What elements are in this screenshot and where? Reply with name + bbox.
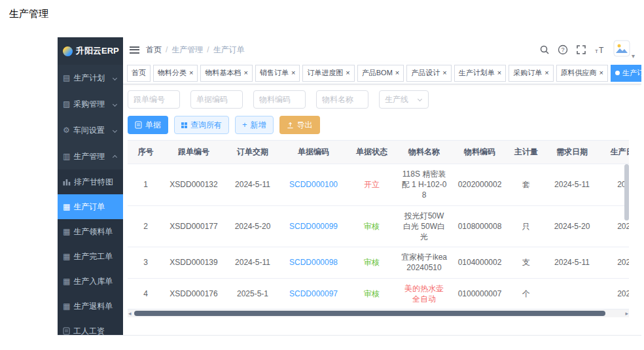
sidebar-menu-production-plan[interactable]: ▤ 生产计划 [58, 65, 123, 91]
production-line-select[interactable]: 生产线 [379, 90, 429, 109]
doc-no-link[interactable]: SCDD000097 [281, 278, 346, 309]
sidebar-item-gantt-chart[interactable]: 排产甘特图 [58, 169, 123, 194]
tab-raw-material-supplier[interactable]: 原料供应商 × [556, 65, 608, 82]
sidebar-menu-workshop-settings[interactable]: ⚙ 车间设置 [58, 117, 123, 143]
tab-label: 生产订单 [622, 68, 641, 78]
cell-unit: 支 [509, 247, 543, 278]
main-area: 首页 生产管理 生产订单 ? [123, 37, 641, 335]
tab-label: 物料分类 [158, 68, 187, 78]
close-icon[interactable]: × [243, 69, 247, 77]
sidebar-item-label: 排产甘特图 [74, 177, 113, 188]
doc-no-link[interactable]: SCDD000098 [281, 247, 346, 278]
scroll-right-icon[interactable]: ▸ [625, 309, 628, 317]
cell-follow-no: XSDD000139 [164, 247, 224, 278]
cell-demand-date: 2024-5-20 [543, 205, 601, 247]
close-icon[interactable]: × [189, 69, 193, 77]
table-row[interactable]: 4 XSDD000176 2025-5-1 SCDD000097 审核 美的热水… [128, 278, 629, 309]
help-icon[interactable]: ? [558, 44, 568, 55]
table-icon: ▦ [63, 253, 70, 260]
caret-down-icon[interactable]: ▾ [632, 52, 635, 60]
sidebar: 升阳云ERP ▤ 生产计划 ▨ 采购管理 ⚙ 车间设置 ▥ 生产管理 [58, 37, 123, 335]
col-status: 单据状态 [346, 141, 398, 164]
tab-label: 产品设计 [411, 68, 440, 78]
sidebar-item-completion-order[interactable]: ▦ 生产完工单 [58, 244, 123, 269]
doc-no-input[interactable] [190, 90, 243, 109]
export-button[interactable]: 导出 [279, 116, 320, 134]
tab-order-progress[interactable]: 订单进度图 × [302, 65, 354, 82]
logo-icon [63, 46, 73, 56]
horizontal-scrollbar[interactable]: ◂ ▸ [128, 309, 629, 317]
page-title: 生产管理 [9, 8, 48, 20]
sidebar-item-material-requisition[interactable]: ▦ 生产领料单 [58, 219, 123, 244]
sidebar-item-production-order[interactable]: ▦ 生产订单 [58, 194, 123, 219]
sidebar-item-worker-wages[interactable]: 工人工资 [58, 319, 123, 335]
material-name-input[interactable] [316, 90, 368, 109]
sidebar-item-warehouse-in-order[interactable]: ▦ 生产入库单 [58, 269, 123, 294]
cell-due-date: 2024-5-20 [224, 205, 281, 247]
close-icon[interactable]: × [497, 69, 501, 77]
svg-text:?: ? [561, 46, 564, 53]
sidebar-menu-purchasing[interactable]: ▨ 采购管理 [58, 91, 123, 117]
cell-prod-date: 2024 [601, 247, 629, 278]
doc-no-link[interactable]: SCDD000099 [281, 205, 346, 247]
search-icon[interactable] [539, 44, 550, 55]
menu-label: 采购管理 [73, 99, 110, 110]
horizontal-scrollbar-thumb[interactable] [134, 311, 605, 316]
close-icon[interactable]: × [599, 69, 603, 77]
close-icon[interactable]: × [395, 69, 399, 77]
sidebar-item-label: 生产领料单 [73, 226, 113, 237]
tab-sales-order[interactable]: 销售订单 × [255, 65, 300, 82]
close-icon[interactable]: × [291, 69, 295, 77]
svg-text:T: T [599, 46, 604, 55]
tab-purchase-order[interactable]: 采购订单 × [509, 65, 553, 82]
font-size-icon[interactable]: TT [594, 45, 605, 55]
add-button[interactable]: 新增 [235, 116, 274, 134]
tab-home[interactable]: 首页 [127, 65, 151, 82]
col-seq: 序号 [128, 141, 164, 164]
tab-product-design[interactable]: 产品设计 × [406, 65, 451, 82]
menu-label: 生产计划 [73, 73, 110, 84]
user-menu[interactable]: ▾ [613, 40, 635, 60]
follow-no-input[interactable] [128, 90, 180, 109]
close-icon[interactable]: × [442, 69, 446, 77]
cell-due-date: 2024-5-11 [224, 247, 281, 278]
tab-material-master[interactable]: 物料基本档 × [200, 65, 252, 82]
scroll-left-icon[interactable]: ◂ [128, 309, 132, 317]
document-icon [135, 121, 142, 129]
select-placeholder: 生产线 [385, 94, 408, 105]
close-icon[interactable]: × [346, 69, 349, 77]
sidebar-item-label: 生产完工单 [73, 251, 113, 262]
close-icon[interactable]: × [545, 69, 548, 77]
vertical-scrollbar-thumb[interactable] [624, 164, 629, 220]
doc-no-link[interactable]: SCDD000100 [281, 164, 346, 206]
sidebar-item-label: 生产入库单 [73, 276, 113, 287]
breadcrumb-home[interactable]: 首页 [146, 44, 162, 56]
cell-demand-date [543, 278, 601, 309]
table-icon: ▦ [63, 228, 70, 236]
table-row[interactable]: 2 XSDD000177 2024-5-20 SCDD000099 审核 投光灯… [128, 205, 629, 247]
button-label: 查询所有 [190, 120, 222, 131]
sidebar-menu-production-management[interactable]: ▥ 生产管理 [58, 143, 123, 169]
button-label: 导出 [297, 120, 313, 131]
upload-icon [287, 122, 294, 129]
cell-material-code: 0202000002 [450, 164, 509, 206]
avatar[interactable] [613, 40, 630, 60]
cell-follow-no: XSDD000177 [164, 205, 224, 247]
fullscreen-icon[interactable] [576, 44, 586, 55]
tab-material-category[interactable]: 物料分类 × [153, 65, 198, 82]
tab-product-bom[interactable]: 产品BOM × [357, 65, 404, 82]
material-code-input[interactable] [253, 90, 306, 109]
tab-production-plan[interactable]: 生产计划单 × [454, 65, 506, 82]
breadcrumb-current: 生产订单 [213, 44, 245, 56]
tab-label: 产品BOM [362, 68, 393, 78]
sidebar-collapse-icon[interactable] [130, 46, 139, 54]
table-row[interactable]: 1 XSDD000132 2024-5-11 SCDD000100 开立 118… [128, 164, 629, 206]
tab-production-order-active[interactable]: 生产订单 × [611, 65, 641, 82]
col-due-date: 订单交期 [224, 141, 281, 164]
document-button[interactable]: 单据 [128, 116, 168, 134]
sidebar-item-material-return-order[interactable]: ▦ 生产退料单 [58, 294, 123, 319]
query-all-button[interactable]: 查询所有 [174, 116, 229, 134]
table-row[interactable]: 3 XSDD000139 2024-5-11 SCDD000098 审核 宜家椅… [128, 247, 629, 278]
breadcrumb-section[interactable]: 生产管理 [171, 44, 203, 56]
cell-unit: 只 [509, 205, 543, 247]
